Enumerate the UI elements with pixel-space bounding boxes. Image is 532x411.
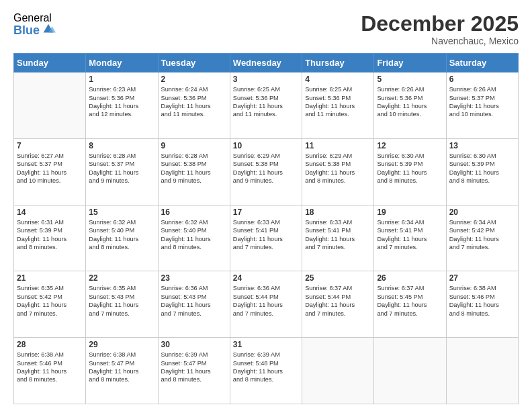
day-number: 6 xyxy=(449,75,515,84)
day-number: 16 xyxy=(161,208,227,217)
weekday-header: Tuesday xyxy=(158,54,230,73)
day-number: 20 xyxy=(449,208,515,217)
day-info: Sunrise: 6:25 AM Sunset: 5:36 PM Dayligh… xyxy=(233,85,299,119)
calendar-cell: 20Sunrise: 6:34 AM Sunset: 5:42 PM Dayli… xyxy=(446,205,518,271)
calendar-cell: 22Sunrise: 6:35 AM Sunset: 5:43 PM Dayli… xyxy=(86,271,158,338)
weekday-header: Friday xyxy=(374,54,446,73)
day-info: Sunrise: 6:36 AM Sunset: 5:44 PM Dayligh… xyxy=(233,284,299,318)
day-info: Sunrise: 6:28 AM Sunset: 5:37 PM Dayligh… xyxy=(89,152,154,185)
day-number: 29 xyxy=(89,340,154,349)
weekday-header: Sunday xyxy=(14,54,86,73)
calendar-cell: 14Sunrise: 6:31 AM Sunset: 5:39 PM Dayli… xyxy=(14,205,86,271)
week-row: 14Sunrise: 6:31 AM Sunset: 5:39 PM Dayli… xyxy=(14,205,519,271)
calendar-cell: 28Sunrise: 6:38 AM Sunset: 5:46 PM Dayli… xyxy=(14,338,86,404)
header: General Blue December 2025 Navenchauc, M… xyxy=(13,12,519,46)
logo-icon xyxy=(41,21,56,36)
day-info: Sunrise: 6:39 AM Sunset: 5:48 PM Dayligh… xyxy=(233,351,299,384)
day-number: 30 xyxy=(161,340,227,349)
day-info: Sunrise: 6:34 AM Sunset: 5:42 PM Dayligh… xyxy=(449,218,515,252)
day-info: Sunrise: 6:37 AM Sunset: 5:44 PM Dayligh… xyxy=(305,284,371,318)
day-number: 5 xyxy=(377,75,443,84)
day-number: 17 xyxy=(233,208,299,217)
calendar-cell: 31Sunrise: 6:39 AM Sunset: 5:48 PM Dayli… xyxy=(230,338,302,404)
weekday-header: Monday xyxy=(86,54,158,73)
day-number: 7 xyxy=(17,141,83,150)
calendar-cell: 16Sunrise: 6:32 AM Sunset: 5:40 PM Dayli… xyxy=(158,205,230,271)
day-info: Sunrise: 6:30 AM Sunset: 5:39 PM Dayligh… xyxy=(377,152,443,185)
day-info: Sunrise: 6:38 AM Sunset: 5:47 PM Dayligh… xyxy=(89,351,154,384)
day-number: 23 xyxy=(161,273,227,283)
day-number: 12 xyxy=(377,141,443,150)
day-info: Sunrise: 6:26 AM Sunset: 5:37 PM Dayligh… xyxy=(449,85,515,119)
day-info: Sunrise: 6:25 AM Sunset: 5:36 PM Dayligh… xyxy=(305,85,371,119)
week-row: 1Sunrise: 6:23 AM Sunset: 5:36 PM Daylig… xyxy=(14,73,519,139)
day-number: 8 xyxy=(89,141,154,150)
day-info: Sunrise: 6:34 AM Sunset: 5:41 PM Dayligh… xyxy=(377,218,443,252)
calendar-cell: 18Sunrise: 6:33 AM Sunset: 5:41 PM Dayli… xyxy=(302,205,374,271)
calendar-cell: 3Sunrise: 6:25 AM Sunset: 5:36 PM Daylig… xyxy=(230,73,302,139)
day-info: Sunrise: 6:23 AM Sunset: 5:36 PM Dayligh… xyxy=(89,85,154,119)
calendar-cell: 9Sunrise: 6:28 AM Sunset: 5:38 PM Daylig… xyxy=(158,138,230,205)
calendar-cell: 24Sunrise: 6:36 AM Sunset: 5:44 PM Dayli… xyxy=(230,271,302,338)
day-info: Sunrise: 6:35 AM Sunset: 5:42 PM Dayligh… xyxy=(17,284,83,318)
logo-text: General Blue xyxy=(13,12,56,37)
calendar-table: SundayMondayTuesdayWednesdayThursdayFrid… xyxy=(13,53,519,404)
day-number: 15 xyxy=(89,208,154,217)
day-number: 21 xyxy=(17,273,83,283)
location: Navenchauc, Mexico xyxy=(361,36,519,46)
week-row: 21Sunrise: 6:35 AM Sunset: 5:42 PM Dayli… xyxy=(14,271,519,338)
day-number: 14 xyxy=(17,208,83,217)
day-info: Sunrise: 6:35 AM Sunset: 5:43 PM Dayligh… xyxy=(89,284,154,318)
calendar-cell: 6Sunrise: 6:26 AM Sunset: 5:37 PM Daylig… xyxy=(446,73,518,139)
day-number: 28 xyxy=(17,340,83,349)
day-info: Sunrise: 6:30 AM Sunset: 5:39 PM Dayligh… xyxy=(449,152,515,185)
day-info: Sunrise: 6:24 AM Sunset: 5:36 PM Dayligh… xyxy=(161,85,227,119)
week-row: 28Sunrise: 6:38 AM Sunset: 5:46 PM Dayli… xyxy=(14,338,519,404)
weekday-header: Saturday xyxy=(446,54,518,73)
calendar-cell: 23Sunrise: 6:36 AM Sunset: 5:43 PM Dayli… xyxy=(158,271,230,338)
day-number: 19 xyxy=(377,208,443,217)
day-info: Sunrise: 6:29 AM Sunset: 5:38 PM Dayligh… xyxy=(305,152,371,185)
calendar-cell xyxy=(374,338,446,404)
day-number: 4 xyxy=(305,75,371,84)
calendar-cell: 8Sunrise: 6:28 AM Sunset: 5:37 PM Daylig… xyxy=(86,138,158,205)
calendar-cell: 7Sunrise: 6:27 AM Sunset: 5:37 PM Daylig… xyxy=(14,138,86,205)
day-number: 22 xyxy=(89,273,154,283)
day-number: 11 xyxy=(305,141,371,150)
day-info: Sunrise: 6:32 AM Sunset: 5:40 PM Dayligh… xyxy=(161,218,227,252)
logo-blue: Blue xyxy=(13,24,40,38)
day-number: 10 xyxy=(233,141,299,150)
day-number: 1 xyxy=(89,75,154,84)
calendar-cell: 13Sunrise: 6:30 AM Sunset: 5:39 PM Dayli… xyxy=(446,138,518,205)
title-block: December 2025 Navenchauc, Mexico xyxy=(361,12,519,46)
calendar-cell: 21Sunrise: 6:35 AM Sunset: 5:42 PM Dayli… xyxy=(14,271,86,338)
calendar-cell xyxy=(302,338,374,404)
calendar-cell: 5Sunrise: 6:26 AM Sunset: 5:36 PM Daylig… xyxy=(374,73,446,139)
day-number: 27 xyxy=(449,273,515,283)
day-info: Sunrise: 6:26 AM Sunset: 5:36 PM Dayligh… xyxy=(377,85,443,119)
calendar-cell: 10Sunrise: 6:29 AM Sunset: 5:38 PM Dayli… xyxy=(230,138,302,205)
day-info: Sunrise: 6:36 AM Sunset: 5:43 PM Dayligh… xyxy=(161,284,227,318)
logo: General Blue xyxy=(13,12,56,37)
day-number: 3 xyxy=(233,75,299,84)
day-number: 26 xyxy=(377,273,443,283)
day-info: Sunrise: 6:28 AM Sunset: 5:38 PM Dayligh… xyxy=(161,152,227,185)
day-info: Sunrise: 6:33 AM Sunset: 5:41 PM Dayligh… xyxy=(305,218,371,252)
calendar-cell: 12Sunrise: 6:30 AM Sunset: 5:39 PM Dayli… xyxy=(374,138,446,205)
day-info: Sunrise: 6:38 AM Sunset: 5:46 PM Dayligh… xyxy=(449,284,515,318)
calendar-cell: 27Sunrise: 6:38 AM Sunset: 5:46 PM Dayli… xyxy=(446,271,518,338)
calendar-cell: 1Sunrise: 6:23 AM Sunset: 5:36 PM Daylig… xyxy=(86,73,158,139)
day-info: Sunrise: 6:32 AM Sunset: 5:40 PM Dayligh… xyxy=(89,218,154,252)
calendar-cell: 4Sunrise: 6:25 AM Sunset: 5:36 PM Daylig… xyxy=(302,73,374,139)
day-info: Sunrise: 6:29 AM Sunset: 5:38 PM Dayligh… xyxy=(233,152,299,185)
day-number: 13 xyxy=(449,141,515,150)
day-info: Sunrise: 6:33 AM Sunset: 5:41 PM Dayligh… xyxy=(233,218,299,252)
day-info: Sunrise: 6:27 AM Sunset: 5:37 PM Dayligh… xyxy=(17,152,83,185)
weekday-header: Wednesday xyxy=(230,54,302,73)
day-number: 25 xyxy=(305,273,371,283)
week-row: 7Sunrise: 6:27 AM Sunset: 5:37 PM Daylig… xyxy=(14,138,519,205)
calendar-cell xyxy=(446,338,518,404)
calendar-cell: 25Sunrise: 6:37 AM Sunset: 5:44 PM Dayli… xyxy=(302,271,374,338)
month-title: December 2025 xyxy=(361,12,519,36)
page: General Blue December 2025 Navenchauc, M… xyxy=(0,0,532,411)
